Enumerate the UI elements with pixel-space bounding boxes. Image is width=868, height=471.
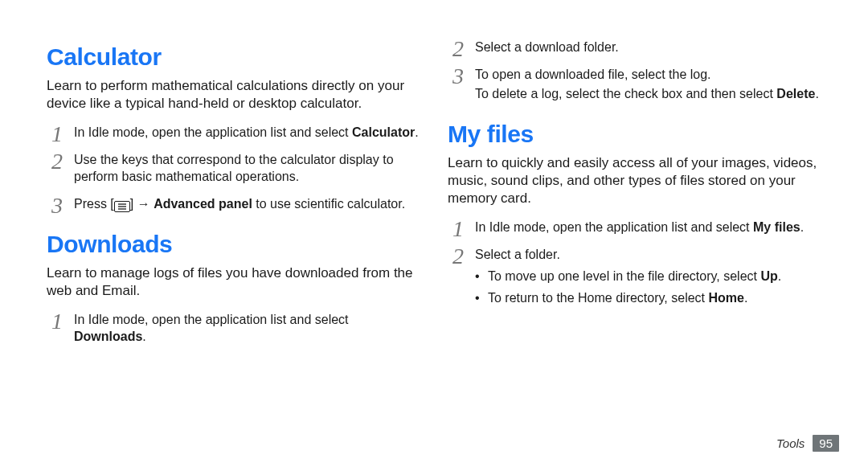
text: . <box>744 291 747 305</box>
bold-up: Up <box>760 269 777 283</box>
dl-step-1: In Idle mode, open the application list … <box>47 311 420 346</box>
myfiles-steps: In Idle mode, open the application list … <box>448 219 821 306</box>
dl-step-2: Select a download folder. <box>448 39 821 56</box>
page-footer: Tools 95 <box>776 435 839 452</box>
bullet-up: To move up one level in the file directo… <box>475 268 821 285</box>
text: . <box>800 220 804 234</box>
calculator-steps: In Idle mode, open the application list … <box>47 124 420 212</box>
downloads-intro: Learn to manage logs of files you have d… <box>47 264 420 300</box>
text: . <box>778 269 781 283</box>
dl-step-3: To open a downloaded file, select the lo… <box>448 66 821 103</box>
myfiles-step-2: Select a folder. To move up one level in… <box>448 246 821 307</box>
downloads-steps-right: Select a download folder. To open a down… <box>448 39 821 103</box>
bullet-home: To return to the Home directory, select … <box>475 289 821 307</box>
footer-section: Tools <box>776 436 805 450</box>
myfiles-intro: Learn to quickly and easily access all o… <box>448 154 821 207</box>
text: In Idle mode, open the application list … <box>74 125 352 139</box>
text: In Idle mode, open the application list … <box>74 313 349 326</box>
right-column: Select a download folder. To open a down… <box>448 39 821 439</box>
text: . <box>142 330 145 343</box>
text: To return to the Home directory, select <box>488 291 708 305</box>
myfiles-step-1: In Idle mode, open the application list … <box>448 219 821 236</box>
downloads-steps-left: In Idle mode, open the application list … <box>47 311 420 346</box>
bold-home: Home <box>708 291 743 305</box>
text: ] → <box>130 197 154 211</box>
menu-icon <box>114 201 130 212</box>
text: Select a folder. <box>475 248 560 261</box>
heading-downloads: Downloads <box>47 231 420 258</box>
bold-myfiles: My files <box>753 220 800 234</box>
myfiles-bullets: To move up one level in the file directo… <box>475 268 821 306</box>
bold-delete: Delete <box>776 87 815 100</box>
calc-step-3: Press [] → Advanced panel to use scienti… <box>47 195 420 213</box>
dl-step-3-line2: To delete a log, select the check box an… <box>475 85 821 103</box>
text: To open a downloaded file, select the lo… <box>475 68 711 81</box>
text: To move up one level in the file directo… <box>488 269 760 283</box>
text: To delete a log, select the check box an… <box>475 87 776 100</box>
text: . <box>815 87 818 100</box>
text: to use scientific calculator. <box>252 197 405 211</box>
footer-page-number: 95 <box>813 435 839 452</box>
text: Press [ <box>74 197 114 211</box>
heading-calculator: Calculator <box>47 43 420 71</box>
bold-calculator: Calculator <box>352 125 415 139</box>
calc-step-2: Use the keys that correspond to the calc… <box>47 151 420 186</box>
left-column: Calculator Learn to perform mathematical… <box>47 39 420 439</box>
heading-myfiles: My files <box>448 121 821 148</box>
bold-downloads: Downloads <box>74 330 142 343</box>
text: In Idle mode, open the application list … <box>475 220 753 234</box>
calculator-intro: Learn to perform mathematical calculatio… <box>47 77 420 113</box>
text: . <box>415 125 418 139</box>
bold-advanced-panel: Advanced panel <box>154 197 252 211</box>
calc-step-1: In Idle mode, open the application list … <box>47 124 420 141</box>
